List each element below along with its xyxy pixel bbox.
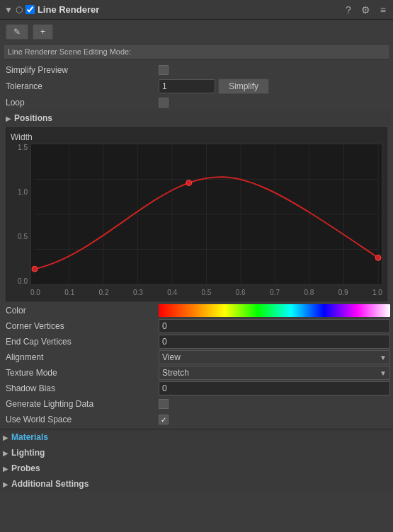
- width-label: Width: [11, 132, 382, 142]
- probes-label: Probes: [11, 463, 40, 473]
- additional-arrow: ▶: [3, 480, 8, 488]
- simplify-preview-row: Simplify Preview: [3, 62, 390, 78]
- toolbar: ✎ +: [0, 20, 393, 44]
- use-world-space-value: [159, 415, 390, 424]
- simplify-button[interactable]: Simplify: [218, 79, 269, 94]
- header: ▼ ⬡ Line Renderer ? ⚙ ≡: [0, 0, 393, 20]
- corner-vertices-label: Corner Vertices: [3, 321, 159, 331]
- color-picker[interactable]: [159, 304, 390, 317]
- simplify-preview-checkbox[interactable]: [159, 65, 169, 75]
- texture-mode-label: Texture Mode: [3, 368, 159, 378]
- header-title: Line Renderer: [38, 4, 340, 15]
- materials-label: Materials: [11, 432, 48, 442]
- shadow-bias-row: Shadow Bias: [3, 381, 390, 396]
- use-world-space-checkbox[interactable]: [159, 415, 169, 424]
- texture-mode-dropdown[interactable]: Stretch ▼: [159, 366, 390, 380]
- alignment-value: View ▼: [159, 350, 390, 364]
- additional-label: Additional Settings: [11, 479, 89, 489]
- corner-vertices-input[interactable]: [159, 319, 390, 333]
- texture-mode-selected: Stretch: [162, 368, 189, 378]
- width-curve[interactable]: [30, 144, 382, 285]
- positions-label: Positions: [14, 113, 52, 123]
- lighting-label: Lighting: [11, 448, 45, 458]
- corner-vertices-row: Corner Vertices: [3, 318, 390, 334]
- alignment-arrow: ▼: [380, 354, 387, 362]
- alignment-selected: View: [162, 352, 181, 362]
- materials-section[interactable]: ▶ Materials: [0, 429, 393, 445]
- scene-edit-bar: Line Renderer Scene Editing Mode:: [3, 44, 390, 59]
- color-value: [159, 304, 390, 317]
- curve-point-start[interactable]: [32, 266, 38, 272]
- loop-checkbox[interactable]: [159, 98, 169, 108]
- end-cap-vertices-value: [159, 335, 390, 349]
- use-world-space-row: Use World Space: [3, 412, 390, 427]
- probes-section[interactable]: ▶ Probes: [0, 461, 393, 476]
- curve-point-peak[interactable]: [186, 180, 192, 185]
- corner-vertices-value: [159, 319, 390, 333]
- edit-mode-button[interactable]: ✎: [6, 24, 28, 40]
- menu-button[interactable]: ≡: [377, 3, 389, 17]
- generate-lighting-value: [159, 399, 390, 409]
- width-area: Width 1.5 1.0 0.5 0.0: [6, 127, 387, 301]
- generate-lighting-label: Generate Lighting Data: [3, 399, 159, 409]
- shadow-bias-value: [159, 381, 390, 395]
- generate-lighting-checkbox[interactable]: [159, 399, 169, 409]
- tolerance-row: Tolerance Simplify: [3, 78, 390, 95]
- y-axis-4: 0.0: [11, 277, 28, 285]
- probes-arrow: ▶: [3, 465, 8, 473]
- alignment-row: Alignment View ▼: [3, 349, 390, 365]
- bottom-sections: ▶ Materials ▶ Lighting ▶ Probes ▶ Additi…: [0, 429, 393, 492]
- texture-mode-value: Stretch ▼: [159, 366, 390, 380]
- help-button[interactable]: ?: [343, 3, 354, 17]
- settings-button[interactable]: ⚙: [358, 3, 373, 17]
- alignment-dropdown[interactable]: View ▼: [159, 350, 390, 364]
- simplify-preview-value: [159, 65, 390, 75]
- add-button[interactable]: +: [33, 24, 53, 40]
- loop-row: Loop: [3, 95, 390, 110]
- color-row: Color: [3, 303, 390, 318]
- tolerance-label: Tolerance: [3, 81, 159, 91]
- lighting-section[interactable]: ▶ Lighting: [0, 445, 393, 461]
- positions-section[interactable]: ▶ Positions: [3, 110, 390, 126]
- end-cap-vertices-label: End Cap Vertices: [3, 337, 159, 347]
- additional-section[interactable]: ▶ Additional Settings: [0, 476, 393, 492]
- texture-mode-row: Texture Mode Stretch ▼: [3, 365, 390, 381]
- lighting-arrow: ▶: [3, 449, 8, 457]
- texture-mode-arrow: ▼: [380, 369, 387, 377]
- simplify-preview-label: Simplify Preview: [3, 65, 159, 75]
- tolerance-input[interactable]: [159, 79, 215, 93]
- x-axis-labels: 0.0 0.1 0.2 0.3 0.4 0.5 0.6 0.7 0.8 0.9 …: [30, 287, 382, 296]
- use-world-space-label: Use World Space: [3, 415, 159, 424]
- y-axis-3: 0.5: [11, 233, 28, 241]
- inspector: Simplify Preview Tolerance Simplify Loop…: [0, 62, 393, 427]
- loop-label: Loop: [3, 98, 159, 108]
- y-axis-2: 1.0: [11, 188, 28, 196]
- loop-value: [159, 98, 390, 108]
- component-toggle[interactable]: [25, 5, 35, 14]
- color-label: Color: [3, 306, 159, 316]
- component-icon: ⬡: [16, 5, 23, 15]
- header-actions: ? ⚙ ≡: [343, 3, 389, 17]
- shadow-bias-label: Shadow Bias: [3, 383, 159, 393]
- shadow-bias-input[interactable]: [159, 381, 390, 395]
- tolerance-right: Simplify: [159, 79, 390, 94]
- curve-point-end[interactable]: [375, 255, 381, 260]
- y-axis-1: 1.5: [11, 144, 28, 151]
- end-cap-vertices-input[interactable]: [159, 335, 390, 349]
- end-cap-vertices-row: End Cap Vertices: [3, 334, 390, 349]
- generate-lighting-row: Generate Lighting Data: [3, 396, 390, 412]
- alignment-label: Alignment: [3, 352, 159, 362]
- collapse-icon[interactable]: ▼: [4, 5, 13, 15]
- positions-arrow: ▶: [6, 115, 11, 122]
- materials-arrow: ▶: [3, 434, 8, 441]
